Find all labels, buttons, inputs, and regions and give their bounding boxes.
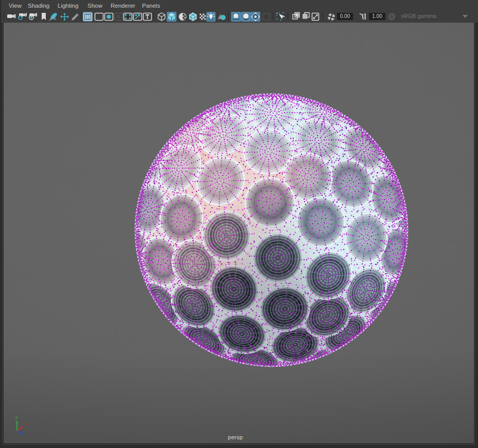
svg-text:x: x: [25, 421, 27, 426]
svg-text:y: y: [15, 415, 18, 420]
